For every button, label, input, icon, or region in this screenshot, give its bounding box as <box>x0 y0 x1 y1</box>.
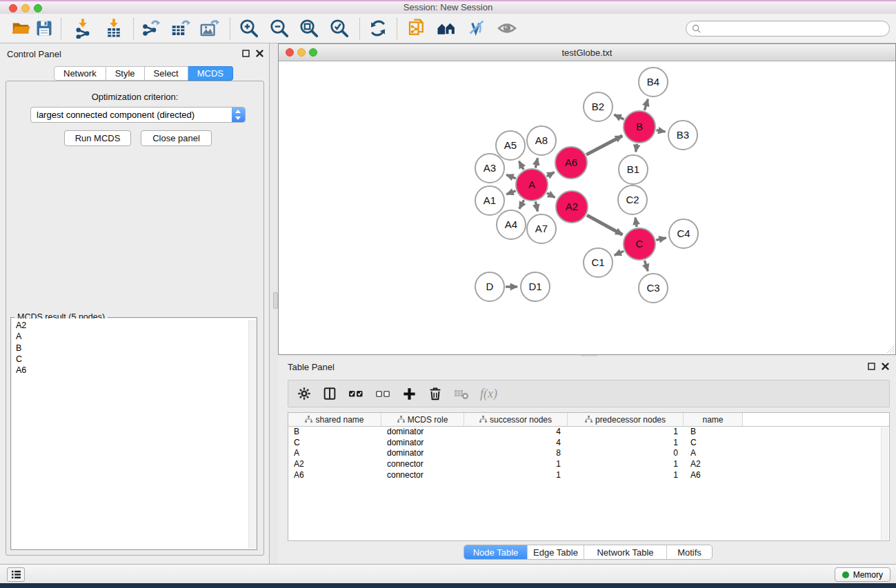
graph-edge-B-B4[interactable] <box>644 99 648 110</box>
import-table-button[interactable] <box>101 16 126 41</box>
scrollbar-track[interactable] <box>881 427 888 540</box>
unselect-all-columns-icon[interactable] <box>375 385 391 402</box>
scrollbar-track[interactable] <box>248 320 256 548</box>
run-mcds-button[interactable]: Run MCDS <box>64 130 131 146</box>
cell[interactable]: 0 <box>568 448 684 459</box>
zoom-network-button[interactable] <box>309 48 317 57</box>
float-panel-icon[interactable] <box>242 50 250 57</box>
zoom-selected-button[interactable] <box>327 16 352 41</box>
criterion-dropdown[interactable]: largest connected component (directed) <box>30 107 246 123</box>
hide-graphics-details-button[interactable] <box>464 16 489 41</box>
cell[interactable]: C <box>288 438 381 449</box>
column-header-successor-nodes[interactable]: successor nodes <box>464 413 568 427</box>
graph-edge-A-A7[interactable] <box>535 201 537 211</box>
cell[interactable]: 1 <box>568 459 684 470</box>
table-row[interactable]: A2connector11A2 <box>288 459 889 470</box>
cell[interactable]: A6 <box>684 470 743 481</box>
tab-style[interactable]: Style <box>106 66 145 81</box>
graph-edge-B-B3[interactable] <box>657 130 666 132</box>
tab-node-table[interactable]: Node Table <box>464 545 527 559</box>
tab-network[interactable]: Network <box>54 66 106 81</box>
mcds-result-item[interactable]: C <box>12 354 256 365</box>
show-all-networks-button[interactable] <box>434 16 459 41</box>
tab-network-table[interactable]: Network Table <box>584 545 666 559</box>
table-row[interactable]: Bdominator41B <box>288 427 889 438</box>
table-row[interactable]: Cdominator41C <box>288 438 889 449</box>
table-row[interactable]: Adominator80A <box>288 448 889 459</box>
table-settings-gear-icon[interactable] <box>297 386 312 401</box>
refresh-view-button[interactable] <box>366 16 390 41</box>
cell[interactable]: A2 <box>288 459 381 470</box>
float-panel-icon[interactable] <box>868 363 875 370</box>
import-network-button[interactable] <box>70 16 95 41</box>
graph-edge-C-C4[interactable] <box>656 238 666 240</box>
graph-edge-A-A2[interactable] <box>547 193 555 197</box>
mcds-result-item[interactable]: A <box>12 331 256 342</box>
show-columns-icon[interactable] <box>322 386 337 401</box>
add-column-icon[interactable] <box>401 386 417 402</box>
cell[interactable]: A <box>684 448 743 459</box>
column-header-shared-name[interactable]: shared name <box>288 413 381 427</box>
zoom-window-button[interactable] <box>34 4 42 12</box>
graph-edge-A-A1[interactable] <box>506 191 515 194</box>
function-builder-button[interactable]: f(x) <box>480 387 497 401</box>
network-canvas[interactable]: B4B2BB3B1A5A8A6A3AA1A2A4A7C2CC4C1C3DD1 <box>279 61 895 354</box>
column-header-predecessor-nodes[interactable]: predecessor nodes <box>568 413 684 427</box>
graph-edge-C-C3[interactable] <box>644 261 648 271</box>
cell[interactable]: connector <box>381 470 464 481</box>
cell[interactable]: 8 <box>464 448 568 459</box>
tab-mcds[interactable]: MCDS <box>188 66 233 81</box>
vertical-splitter-handle[interactable] <box>273 292 278 309</box>
column-header-mcds-role[interactable]: MCDS role <box>381 413 464 427</box>
graph-edge-C-C2[interactable] <box>635 218 637 227</box>
cell[interactable]: connector <box>381 459 464 470</box>
mcds-result-item[interactable]: A6 <box>12 365 256 376</box>
minimize-window-button[interactable] <box>21 4 30 12</box>
delete-columns-trash-icon[interactable] <box>428 386 443 401</box>
close-panel-icon[interactable] <box>256 50 263 57</box>
close-network-button[interactable] <box>286 48 294 57</box>
graph-edge-A-A4[interactable] <box>519 200 524 209</box>
network-window-titlebar[interactable]: testGlobe.txt <box>279 44 895 61</box>
export-image-button[interactable] <box>197 16 221 41</box>
close-window-button[interactable] <box>9 4 17 12</box>
graph-edge-A-A6[interactable] <box>547 172 555 176</box>
toggle-bird-eye-view-button[interactable] <box>495 16 519 41</box>
cell[interactable]: 1 <box>464 459 568 470</box>
select-all-columns-icon[interactable] <box>348 385 364 402</box>
close-panel-icon[interactable] <box>882 363 889 370</box>
close-panel-button[interactable]: Close panel <box>141 130 212 146</box>
table-row[interactable]: A6connector11A6 <box>288 470 889 481</box>
graph-edge-A6-B[interactable] <box>586 136 622 154</box>
cell[interactable]: 4 <box>464 427 568 438</box>
cell[interactable]: dominator <box>381 448 464 459</box>
cell[interactable]: C <box>684 438 743 449</box>
resize-grip-icon[interactable] <box>885 344 895 354</box>
search-input[interactable] <box>701 23 884 34</box>
cell[interactable]: 4 <box>464 438 568 449</box>
graph-edge-C-C1[interactable] <box>615 251 624 255</box>
zoom-fit-button[interactable] <box>297 16 321 41</box>
cell[interactable]: 1 <box>464 470 568 481</box>
cell[interactable]: A2 <box>684 459 743 470</box>
cell[interactable]: B <box>288 427 381 438</box>
minimize-network-button[interactable] <box>297 48 306 57</box>
mcds-result-item[interactable]: A2 <box>12 320 256 331</box>
graph-edge-A2-C[interactable] <box>587 215 623 234</box>
cell[interactable]: B <box>684 427 743 438</box>
zoom-in-button[interactable] <box>237 16 261 41</box>
graph-edge-B-B2[interactable] <box>614 114 624 119</box>
memory-button[interactable]: Memory <box>835 567 890 582</box>
task-history-button[interactable] <box>7 567 25 582</box>
open-file-button[interactable] <box>8 16 33 41</box>
export-network-button[interactable] <box>138 16 163 41</box>
graph-edge-A-A8[interactable] <box>535 158 537 168</box>
cell[interactable]: A6 <box>288 470 381 481</box>
graph-edge-A-A5[interactable] <box>519 161 524 170</box>
mcds-result-item[interactable]: B <box>12 343 256 354</box>
cell[interactable]: dominator <box>381 438 464 449</box>
delete-table-icon[interactable] <box>453 385 470 402</box>
tab-edge-table[interactable]: Edge Table <box>527 545 584 559</box>
export-table-button[interactable] <box>168 16 192 41</box>
tab-motifs[interactable]: Motifs <box>666 545 712 559</box>
